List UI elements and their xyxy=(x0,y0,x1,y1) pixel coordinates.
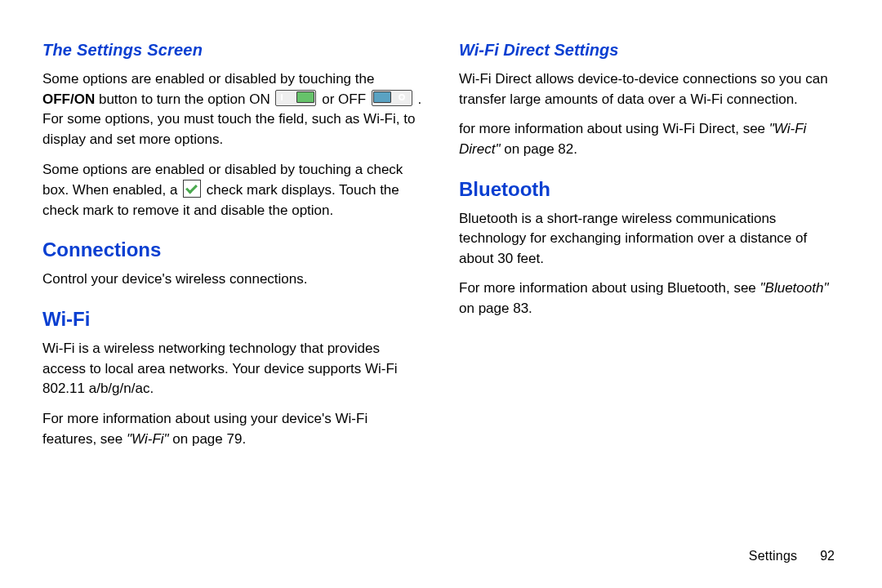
heading-wifi-direct: Wi-Fi Direct Settings xyxy=(459,41,840,60)
two-column-layout: The Settings Screen Some options are ena… xyxy=(42,34,840,549)
text: or OFF xyxy=(322,91,370,107)
toggle-on-icon xyxy=(275,90,316,106)
text: on page 82. xyxy=(504,141,577,157)
text: on page 83. xyxy=(459,301,532,316)
bluetooth-paragraph-2: For more information about using Bluetoo… xyxy=(459,278,840,318)
text: for more information about using Wi-Fi D… xyxy=(459,121,769,136)
wifi-direct-paragraph-2: for more information about using Wi-Fi D… xyxy=(459,119,840,159)
wifi-paragraph-2: For more information about using your de… xyxy=(42,409,423,449)
heading-bluetooth: Bluetooth xyxy=(459,178,840,201)
cross-reference-wifi: "Wi-Fi" xyxy=(127,431,169,447)
left-column: The Settings Screen Some options are ena… xyxy=(42,34,423,549)
toggle-off-icon xyxy=(372,90,412,106)
off-on-label: OFF/ON xyxy=(42,91,95,107)
footer-section-label: Settings xyxy=(749,549,797,564)
heading-wifi: Wi-Fi xyxy=(42,308,423,331)
heading-connections: Connections xyxy=(42,238,423,261)
text: on page 79. xyxy=(172,431,246,447)
right-column: Wi-Fi Direct Settings Wi-Fi Direct allow… xyxy=(459,34,840,549)
wifi-paragraph-1: Wi-Fi is a wireless networking technolog… xyxy=(42,339,423,399)
bluetooth-paragraph-1: Bluetooth is a short-range wireless comm… xyxy=(459,209,840,270)
text: Some options are enabled or disabled by … xyxy=(42,71,374,87)
manual-page: The Settings Screen Some options are ena… xyxy=(0,0,882,588)
footer-page-number: 92 xyxy=(820,549,835,564)
heading-settings-screen: The Settings Screen xyxy=(42,41,423,60)
cross-reference-bluetooth: "Bluetooth" xyxy=(760,280,829,296)
page-footer: Settings 92 xyxy=(42,549,840,564)
connections-paragraph-1: Control your device's wireless connectio… xyxy=(42,270,423,290)
text: For more information about using Bluetoo… xyxy=(459,280,760,296)
checkmark-icon xyxy=(183,180,201,198)
wifi-direct-paragraph-1: Wi-Fi Direct allows device-to-device con… xyxy=(459,69,840,109)
text: button to turn the option ON xyxy=(99,91,274,107)
settings-screen-paragraph-1: Some options are enabled or disabled by … xyxy=(42,69,423,150)
settings-screen-paragraph-2: Some options are enabled or disabled by … xyxy=(42,160,423,221)
